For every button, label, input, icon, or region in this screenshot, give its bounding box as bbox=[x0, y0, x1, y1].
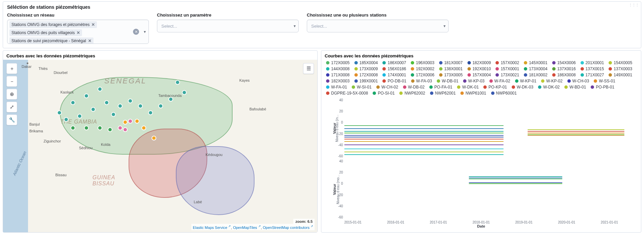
legend-dot bbox=[524, 61, 527, 64]
legend-label: 201X0001 bbox=[586, 60, 604, 65]
legend-item[interactable]: 138X0001 bbox=[439, 67, 463, 71]
legend-dot bbox=[467, 67, 471, 71]
plot-area-top[interactable] bbox=[344, 99, 635, 157]
legend-item[interactable]: 156X0186 bbox=[382, 67, 406, 71]
legend-dot bbox=[437, 79, 440, 83]
map-tools-button[interactable]: 🔧 bbox=[6, 114, 17, 125]
legend-item[interactable]: 199X0001 bbox=[354, 79, 378, 83]
legend-item[interactable]: 171X0008 bbox=[326, 73, 350, 77]
legend-dot bbox=[411, 73, 414, 77]
map-layers-toggle[interactable]: ☰ bbox=[303, 63, 314, 74]
legend-item[interactable]: W-KP-02 bbox=[541, 79, 562, 83]
legend-item[interactable]: 185X0004 bbox=[354, 60, 378, 65]
reseau-token: Stations de suivi piezométrique - Sénéga… bbox=[9, 37, 93, 44]
legend-label: W-DK-02 bbox=[543, 85, 560, 89]
filter-panel: ⋮⋮⋮ Séléction de stations piézométriques… bbox=[3, 1, 641, 48]
chevron-down-icon[interactable]: ▾ bbox=[444, 24, 446, 28]
attribution-link-ems[interactable]: Elastic Maps Service ↗ bbox=[193, 226, 231, 230]
clear-all-icon[interactable]: ✕ bbox=[133, 29, 139, 35]
reseau-token: Stations OMVG des forages et piézomètres… bbox=[9, 21, 97, 28]
legend-item[interactable]: 196X0003 bbox=[411, 60, 434, 65]
legend-item[interactable]: W-DB-01 bbox=[437, 79, 458, 83]
legend-item[interactable]: 172X0005 bbox=[326, 60, 350, 65]
legend-item[interactable]: 192X0002 bbox=[411, 67, 434, 71]
legend-item[interactable]: 182X0009 bbox=[467, 60, 491, 65]
token-remove-icon[interactable]: ✕ bbox=[88, 38, 91, 43]
legend-item[interactable]: 186X0007 bbox=[382, 60, 406, 65]
chevron-down-icon[interactable]: ▾ bbox=[144, 29, 146, 34]
legend-item[interactable]: 201X0001 bbox=[581, 60, 604, 65]
legend-item[interactable]: 173X0004 bbox=[524, 67, 547, 71]
plot-area-bottom[interactable] bbox=[344, 160, 635, 218]
legend-item[interactable]: W-DB-02 bbox=[403, 85, 425, 89]
legend-item[interactable]: PO-PB-01 bbox=[591, 85, 614, 89]
legend-item[interactable]: 172X0008 bbox=[354, 73, 378, 77]
legend-item[interactable]: 137X0015 bbox=[581, 67, 604, 71]
chevron-down-icon[interactable]: ▾ bbox=[294, 24, 296, 28]
legend-item[interactable]: DGPRE-19-5X-0008 bbox=[326, 91, 368, 96]
legend-item[interactable]: 186X0008 bbox=[552, 73, 576, 77]
legend-item[interactable]: 181X0002 bbox=[524, 73, 547, 77]
map-locate-button[interactable]: ⊕ bbox=[6, 89, 17, 100]
panel-drag-handle[interactable]: ⋮⋮⋮ bbox=[629, 3, 639, 7]
map-zoom-out-button[interactable]: － bbox=[6, 76, 17, 87]
legend-item[interactable]: W-KP-01 bbox=[515, 79, 536, 83]
legend-label: 157X0001 bbox=[501, 67, 519, 71]
legend-item[interactable]: NWP62001 bbox=[430, 91, 456, 96]
legend-item[interactable]: W-CH-02 bbox=[376, 85, 398, 89]
legend-item[interactable]: W-DK-03 bbox=[512, 85, 533, 89]
legend-item[interactable]: 144X0008 bbox=[326, 67, 350, 71]
legend-item[interactable]: 145X0001 bbox=[524, 60, 547, 65]
map-fullscreen-button[interactable]: ⤢ bbox=[6, 102, 17, 112]
legend-item[interactable]: 137X0003 bbox=[609, 67, 632, 71]
token-remove-icon[interactable]: ✕ bbox=[91, 22, 95, 27]
legend-item[interactable]: 182X0003 bbox=[326, 79, 350, 83]
legend-item[interactable]: 173X0005 bbox=[439, 73, 463, 77]
stations-combobox[interactable]: Select... ▾ bbox=[307, 20, 449, 32]
legend-dot bbox=[411, 67, 414, 71]
legend-item[interactable]: W-SS-01 bbox=[594, 79, 615, 83]
legend-item[interactable]: 157X0002 bbox=[495, 60, 519, 65]
legend-item[interactable]: 157X0004 bbox=[467, 73, 491, 77]
legend-item[interactable]: 173X0021 bbox=[495, 73, 519, 77]
attribution-link-omt[interactable]: OpenMapTiles ↗ bbox=[233, 226, 261, 230]
legend-item[interactable]: 174X0001 bbox=[382, 73, 406, 77]
legend-item[interactable]: NWP61001 bbox=[460, 91, 486, 96]
map-zoom-in-button[interactable]: ＋ bbox=[6, 63, 17, 74]
legend-item[interactable]: NWP62002 bbox=[399, 91, 425, 96]
legend-item[interactable]: 157X0001 bbox=[495, 67, 519, 71]
legend-item[interactable]: W-FA-02 bbox=[489, 79, 510, 83]
legend-item[interactable]: W-SI-01 bbox=[352, 85, 372, 89]
legend-label: 137X0003 bbox=[614, 67, 632, 71]
legend-item[interactable]: PO-FA-01 bbox=[429, 85, 452, 89]
legend-item[interactable]: 181X0007 bbox=[439, 60, 463, 65]
legend-item[interactable]: PO-KP-01 bbox=[483, 85, 507, 89]
legend-item[interactable]: 154X0006 bbox=[552, 60, 576, 65]
legend-item[interactable]: W-BD-01 bbox=[564, 85, 586, 89]
legend-item[interactable]: W-FA-03 bbox=[411, 79, 432, 83]
legend-item[interactable]: 173X0009 bbox=[354, 67, 378, 71]
legend-item[interactable]: 149X0001 bbox=[609, 73, 632, 77]
legend-item[interactable]: 137X0016 bbox=[552, 67, 576, 71]
series-line bbox=[344, 144, 504, 145]
legend-dot bbox=[463, 79, 466, 83]
legend-item[interactable]: 172X0006 bbox=[411, 73, 434, 77]
legend-item[interactable]: PO-SI-01 bbox=[373, 91, 395, 96]
legend-label: 173X0004 bbox=[529, 67, 547, 71]
legend-dot bbox=[515, 79, 518, 83]
legend-item[interactable]: PO-DB-01 bbox=[382, 79, 406, 83]
legend-item[interactable]: W-CH-03 bbox=[567, 79, 589, 83]
legend-item[interactable]: 192X0010 bbox=[467, 67, 491, 71]
legend-item[interactable]: W-DK-02 bbox=[538, 85, 560, 89]
legend-item[interactable]: W-KP-03 bbox=[463, 79, 484, 83]
parametre-combobox[interactable]: Select... ▾ bbox=[157, 20, 299, 32]
legend-item[interactable]: W-DK-01 bbox=[457, 85, 479, 89]
reseau-combobox[interactable]: Stations OMVG des forages et piézomètres… bbox=[7, 20, 149, 44]
map-viewport[interactable]: Atlantic Ocean SENEGAL THE GAMBIA GUINEA… bbox=[3, 60, 317, 232]
legend-item[interactable]: 171X0027 bbox=[581, 73, 604, 77]
legend-item[interactable]: NWP60001 bbox=[491, 91, 517, 96]
attribution-link-osm[interactable]: OpenStreetMap contributors ↗ bbox=[263, 226, 313, 230]
legend-item[interactable]: 154X0005 bbox=[609, 60, 632, 65]
token-remove-icon[interactable]: ✕ bbox=[77, 30, 80, 35]
legend-item[interactable]: W-FA-01 bbox=[326, 85, 347, 89]
